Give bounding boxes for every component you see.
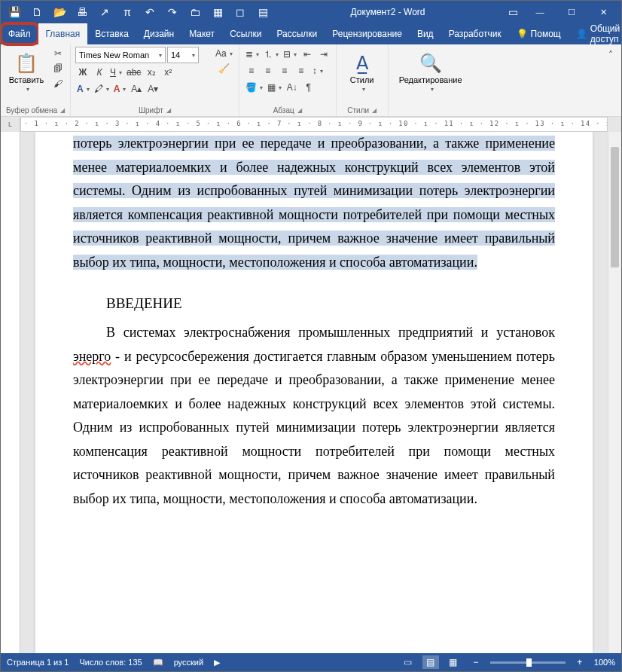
dialog-launcher-icon[interactable]: ◢ xyxy=(297,107,302,114)
body-paragraph[interactable]: В системах электроснабжения промышленных… xyxy=(73,321,555,511)
collapse-ribbon-icon[interactable]: ˄ xyxy=(603,47,618,63)
print-layout-icon[interactable]: ▤ xyxy=(422,655,439,669)
tab-mailings[interactable]: Рассылки xyxy=(269,23,325,44)
multilevel-button[interactable]: ⊟▾ xyxy=(282,47,298,62)
format-painter-icon[interactable]: 🖌 xyxy=(50,76,66,91)
tab-home[interactable]: Главная xyxy=(38,23,88,44)
chevron-down-icon: ▾ xyxy=(26,86,29,93)
selected-paragraph[interactable]: потерь электроэнергии при ее передаче и … xyxy=(73,132,555,274)
tab-developer[interactable]: Разработчик xyxy=(441,23,509,44)
save-icon[interactable]: 💾 xyxy=(4,2,25,23)
web-layout-icon[interactable]: ▦ xyxy=(445,655,462,669)
shading-button[interactable]: 🪣▾ xyxy=(244,80,264,95)
strike-button[interactable]: abc xyxy=(125,65,142,80)
align-center-button[interactable]: ≡ xyxy=(261,63,276,78)
font-size-combo[interactable]: 14▾ xyxy=(167,47,199,63)
decrease-indent-button[interactable]: ⇤ xyxy=(300,47,315,62)
zoom-level[interactable]: 100% xyxy=(594,658,615,667)
dialog-launcher-icon[interactable]: ◢ xyxy=(166,107,171,114)
tab-design[interactable]: Дизайн xyxy=(136,23,181,44)
tell-me[interactable]: 💡Помощ xyxy=(509,23,569,44)
redo-icon[interactable]: ↷ xyxy=(162,2,183,23)
superscript-button[interactable]: x² xyxy=(160,65,175,80)
cut-icon[interactable]: ✂ xyxy=(50,46,66,61)
status-language[interactable]: русский xyxy=(174,658,203,667)
maximize-button[interactable]: ☐ xyxy=(556,2,587,23)
underline-button[interactable]: Ч▾ xyxy=(108,65,123,80)
styles-button[interactable]: A̲ Стили ▾ xyxy=(341,46,383,99)
zoom-in-button[interactable]: + xyxy=(572,655,588,669)
status-macro-icon[interactable]: ▶ xyxy=(214,658,220,667)
scrollbar-thumb[interactable] xyxy=(611,147,619,267)
zoom-out-button[interactable]: − xyxy=(468,655,484,669)
new-icon[interactable]: 🗋 xyxy=(26,2,47,23)
bullets-button[interactable]: ≣▾ xyxy=(244,47,261,62)
print-icon[interactable]: 🖶 xyxy=(72,2,93,23)
line-spacing-button[interactable]: ↕▾ xyxy=(310,63,325,78)
bold-button[interactable]: Ж xyxy=(75,65,90,80)
increase-indent-button[interactable]: ⇥ xyxy=(316,47,331,62)
sort-button[interactable]: A↓ xyxy=(285,80,300,95)
align-left-button[interactable]: ≡ xyxy=(244,63,259,78)
arrow-icon[interactable]: ↗ xyxy=(94,2,115,23)
quick-access-toolbar: 💾 🗋 📂 🖶 ↗ π ↶ ↷ 🗀 ▦ ◻ ▤ xyxy=(4,2,273,23)
clear-formatting-icon[interactable]: 🧹 xyxy=(214,61,234,76)
align-right-button[interactable]: ≡ xyxy=(277,63,292,78)
text-effects-button[interactable]: A▾ xyxy=(75,81,91,96)
shrink-font-button[interactable]: A▾ xyxy=(145,81,160,96)
close-button[interactable]: ✕ xyxy=(588,2,618,23)
tab-file[interactable]: Файл xyxy=(1,23,38,44)
styles-icon: A̲ xyxy=(356,53,368,74)
heading[interactable]: ВВЕДЕНИЕ xyxy=(73,295,555,312)
symbols-icon[interactable]: ▤ xyxy=(252,2,273,23)
numbering-button[interactable]: ⒈▾ xyxy=(262,47,280,62)
window-controls: ▭ — ☐ ✕ xyxy=(502,2,618,23)
zoom-slider[interactable] xyxy=(490,661,566,664)
dialog-launcher-icon[interactable]: ◢ xyxy=(372,107,377,114)
tab-view[interactable]: Вид xyxy=(410,23,441,44)
minimize-button[interactable]: — xyxy=(525,2,555,23)
borders-button[interactable]: ▦▾ xyxy=(266,80,283,95)
grow-font-button[interactable]: A▴ xyxy=(129,81,144,96)
show-marks-button[interactable]: ¶ xyxy=(301,80,316,95)
vertical-scrollbar[interactable] xyxy=(608,132,621,653)
zoom-knob[interactable] xyxy=(526,658,532,667)
open-icon[interactable]: 📂 xyxy=(49,2,70,23)
subscript-button[interactable]: x₂ xyxy=(144,65,159,80)
read-mode-icon[interactable]: ▭ xyxy=(400,655,416,669)
ruler-horizontal[interactable]: L · 1 · ı · 2 · ı · 3 · ı · 4 · ı · 5 · … xyxy=(1,117,621,132)
dialog-launcher-icon[interactable]: ◢ xyxy=(60,107,65,114)
italic-button[interactable]: К xyxy=(92,65,107,80)
status-proofing-icon[interactable]: 📖 xyxy=(153,658,163,667)
lightbulb-icon: 💡 xyxy=(517,29,528,39)
tab-insert[interactable]: Вставка xyxy=(87,23,136,44)
pi-icon[interactable]: π xyxy=(117,2,138,23)
undo-icon[interactable]: ↶ xyxy=(139,2,160,23)
highlight-button[interactable]: 🖍▾ xyxy=(93,81,111,96)
share-button[interactable]: 👤Общий доступ xyxy=(569,23,622,44)
paste-icon: 📋 xyxy=(15,53,38,74)
status-words[interactable]: Число слов: 135 xyxy=(79,658,142,667)
window-title: Документ2 - Word xyxy=(273,7,502,17)
ribbon-options-icon[interactable]: ▭ xyxy=(502,2,523,23)
ruler-vertical[interactable] xyxy=(1,132,20,653)
spellcheck-underline[interactable]: энерго xyxy=(73,349,111,364)
copy-icon[interactable]: 🗐 xyxy=(50,61,66,76)
editing-button[interactable]: 🔍 Редактирование ▾ xyxy=(393,46,468,99)
justify-button[interactable]: ≡ xyxy=(294,63,309,78)
page[interactable]: потерь электроэнергии при ее передаче и … xyxy=(35,132,593,653)
font-color-button[interactable]: A▾ xyxy=(112,81,128,96)
ruler-corner: L xyxy=(1,117,20,132)
tab-review[interactable]: Рецензирование xyxy=(325,23,410,44)
folder-icon[interactable]: 🗀 xyxy=(184,2,206,23)
shapes-icon[interactable]: ◻ xyxy=(230,2,251,23)
tab-references[interactable]: Ссылки xyxy=(222,23,269,44)
page-scroll[interactable]: потерь электроэнергии при ее передаче и … xyxy=(20,132,608,653)
tab-layout[interactable]: Макет xyxy=(181,23,222,44)
status-page[interactable]: Страница 1 из 1 xyxy=(7,658,69,667)
table-icon[interactable]: ▦ xyxy=(207,2,228,23)
document-area: потерь электроэнергии при ее передаче и … xyxy=(1,132,621,653)
change-case-button[interactable]: Aa▾ xyxy=(214,46,234,61)
font-name-combo[interactable]: Times New Roman▾ xyxy=(75,47,166,63)
paste-button[interactable]: 📋 Вставить ▾ xyxy=(5,46,47,99)
